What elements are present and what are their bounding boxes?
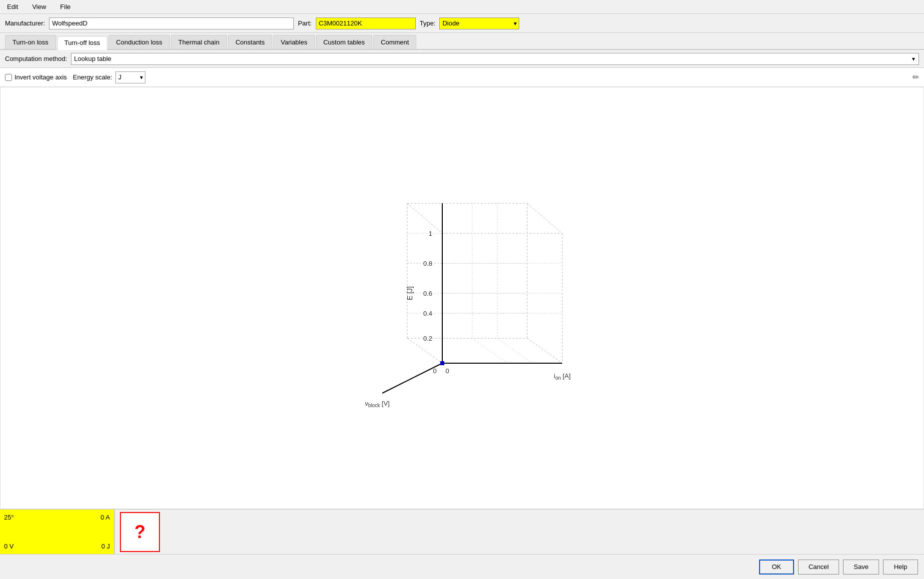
tab-custom-tables[interactable]: Custom tables bbox=[316, 35, 372, 49]
menu-view[interactable]: View bbox=[29, 2, 49, 11]
options-row: Invert voltage axis Energy scale: J mJ µ… bbox=[0, 68, 924, 87]
question-box[interactable]: ? bbox=[120, 512, 160, 552]
status-energy: 0 J bbox=[101, 543, 110, 550]
svg-line-22 bbox=[472, 338, 507, 363]
manufacturer-input[interactable] bbox=[49, 17, 294, 29]
computation-row: Computation method: Lookup table Formula bbox=[0, 50, 924, 68]
status-voltage: 0 V bbox=[4, 543, 14, 550]
computation-select[interactable]: Lookup table Formula bbox=[71, 53, 919, 65]
tab-conduction-loss[interactable]: Conduction loss bbox=[108, 35, 170, 49]
header-row: Manufacturer: Part: Type: Diode IGBT MOS… bbox=[0, 14, 924, 33]
type-wrapper: Diode IGBT MOSFET bbox=[439, 17, 519, 29]
tab-variables[interactable]: Variables bbox=[273, 35, 315, 49]
tab-thermal-chain[interactable]: Thermal chain bbox=[171, 35, 227, 49]
type-select[interactable]: Diode IGBT MOSFET bbox=[439, 17, 519, 29]
energy-scale-wrapper: Energy scale: J mJ µJ bbox=[73, 71, 145, 83]
status-box: 25° 0 A 0 V 0 J bbox=[0, 510, 115, 554]
svg-text:1: 1 bbox=[428, 230, 432, 237]
main-content: Computation method: Lookup table Formula… bbox=[0, 50, 924, 554]
edit-icon[interactable]: ✏ bbox=[913, 72, 919, 82]
energy-select-wrapper: J mJ µJ bbox=[115, 71, 145, 83]
menu-edit[interactable]: Edit bbox=[4, 2, 21, 11]
energy-scale-select[interactable]: J mJ µJ bbox=[115, 71, 145, 83]
chart-svg: 1 0.8 0.6 0.4 0.2 E [J] vblock [V] ion [… bbox=[332, 183, 592, 413]
computation-select-wrapper: Lookup table Formula bbox=[71, 53, 919, 65]
invert-voltage-wrapper: Invert voltage axis bbox=[5, 73, 67, 81]
svg-text:0: 0 bbox=[433, 367, 436, 375]
chart-svg-container: 1 0.8 0.6 0.4 0.2 E [J] vblock [V] ion [… bbox=[0, 87, 924, 509]
svg-rect-37 bbox=[440, 361, 444, 365]
status-temperature: 25° bbox=[4, 514, 14, 521]
question-mark-icon: ? bbox=[134, 522, 145, 543]
svg-text:0: 0 bbox=[445, 367, 449, 375]
tab-turn-on-loss[interactable]: Turn-on loss bbox=[5, 35, 56, 49]
status-current: 0 A bbox=[100, 514, 110, 521]
svg-text:0.2: 0.2 bbox=[423, 335, 432, 342]
svg-line-2 bbox=[407, 203, 442, 233]
ok-button[interactable]: OK bbox=[759, 560, 794, 575]
invert-voltage-checkbox[interactable] bbox=[5, 74, 12, 81]
tab-constants[interactable]: Constants bbox=[228, 35, 272, 49]
svg-text:0.6: 0.6 bbox=[423, 290, 432, 297]
part-input[interactable] bbox=[316, 17, 416, 29]
help-button[interactable]: Help bbox=[883, 560, 918, 575]
tabs-bar: Turn-on loss Turn-off loss Conduction lo… bbox=[0, 33, 924, 50]
svg-text:vblock [V]: vblock [V] bbox=[365, 400, 389, 408]
manufacturer-label: Manufacturer: bbox=[5, 19, 45, 27]
svg-text:E [J]: E [J] bbox=[406, 286, 414, 300]
chart-area: 1 0.8 0.6 0.4 0.2 E [J] vblock [V] ion [… bbox=[0, 87, 924, 509]
svg-text:ion [A]: ion [A] bbox=[554, 372, 571, 381]
bottom-bar: OK Cancel Save Help bbox=[0, 554, 924, 579]
part-label: Part: bbox=[298, 19, 311, 27]
tab-turn-off-loss[interactable]: Turn-off loss bbox=[57, 36, 108, 50]
cancel-button[interactable]: Cancel bbox=[798, 560, 839, 575]
type-label: Type: bbox=[420, 19, 436, 27]
menu-bar: Edit View File bbox=[0, 0, 924, 14]
save-button[interactable]: Save bbox=[843, 560, 879, 575]
energy-scale-label: Energy scale: bbox=[73, 73, 112, 81]
svg-text:0.8: 0.8 bbox=[423, 260, 432, 267]
computation-label: Computation method: bbox=[5, 55, 67, 62]
svg-line-23 bbox=[497, 338, 532, 363]
svg-text:0.4: 0.4 bbox=[423, 310, 432, 317]
status-panel: 25° 0 A 0 V 0 J ? bbox=[0, 509, 924, 554]
tab-comment[interactable]: Comment bbox=[373, 35, 416, 49]
menu-file[interactable]: File bbox=[57, 2, 73, 11]
svg-line-1 bbox=[527, 203, 562, 233]
svg-line-8 bbox=[527, 338, 562, 363]
invert-voltage-label: Invert voltage axis bbox=[14, 73, 67, 81]
